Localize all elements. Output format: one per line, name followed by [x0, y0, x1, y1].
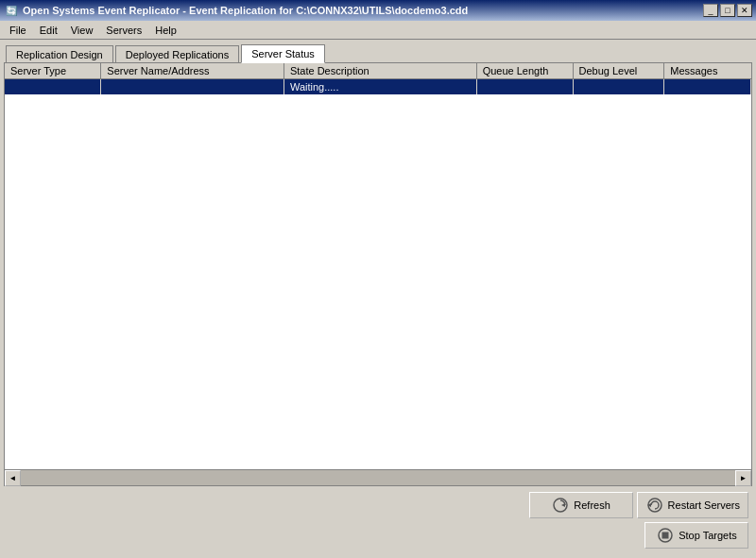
menu-bar: File Edit View Servers Help	[0, 21, 756, 40]
menu-edit[interactable]: Edit	[34, 23, 63, 38]
cell-state-description: Waiting.....	[284, 79, 476, 95]
cell-messages	[664, 79, 751, 95]
maximize-button[interactable]: □	[720, 4, 735, 17]
main-area: Replication Design Deployed Replications…	[0, 40, 756, 558]
menu-file[interactable]: File	[4, 23, 32, 38]
menu-servers[interactable]: Servers	[100, 23, 147, 38]
window-title: Open Systems Event Replicator - Event Re…	[23, 5, 468, 16]
tab-deployed-replications[interactable]: Deployed Replications	[115, 45, 239, 63]
cell-server-name	[101, 79, 284, 95]
cell-server-type	[5, 79, 101, 95]
stop-icon	[656, 526, 675, 545]
cell-queue-length	[476, 79, 573, 95]
restart-label: Restart Servers	[668, 499, 740, 511]
menu-view[interactable]: View	[65, 23, 99, 38]
table-row[interactable]: Waiting.....	[5, 79, 751, 95]
stop-label: Stop Targets	[679, 530, 737, 541]
title-bar: 🔄 Open Systems Event Replicator - Event …	[0, 0, 756, 21]
refresh-label: Refresh	[574, 499, 610, 511]
title-buttons: _ □ ✕	[703, 4, 752, 17]
col-debug-level: Debug Level	[573, 63, 664, 79]
scroll-right-button[interactable]: ►	[735, 470, 751, 486]
minimize-button[interactable]: _	[703, 4, 718, 17]
stop-button[interactable]: Stop Targets	[644, 522, 748, 549]
toolbar-row-1: Refresh Restart Servers	[8, 492, 748, 518]
col-server-type: Server Type	[5, 63, 101, 79]
svg-rect-5	[662, 533, 669, 539]
tab-server-status[interactable]: Server Status	[241, 44, 325, 63]
col-state-description: State Description	[284, 63, 476, 79]
tab-bar: Replication Design Deployed Replications…	[4, 43, 752, 62]
table-empty-area	[5, 94, 751, 469]
close-button[interactable]: ✕	[737, 4, 752, 17]
bottom-toolbar: Refresh Restart Servers	[4, 486, 752, 554]
toolbar-row-2: Stop Targets	[8, 522, 748, 549]
app-icon: 🔄	[4, 3, 19, 18]
svg-marker-1	[561, 503, 565, 507]
col-messages: Messages	[664, 63, 751, 79]
server-table: Server Type Server Name/Address State De…	[5, 63, 751, 94]
menu-help[interactable]: Help	[149, 23, 182, 38]
refresh-icon	[551, 496, 570, 515]
restart-button[interactable]: Restart Servers	[637, 492, 748, 518]
refresh-button[interactable]: Refresh	[529, 492, 633, 518]
content-panel: Server Type Server Name/Address State De…	[4, 62, 752, 486]
scroll-track[interactable]	[21, 470, 735, 485]
scroll-left-button[interactable]: ◄	[5, 470, 21, 486]
col-queue-length: Queue Length	[476, 63, 573, 79]
h-scrollbar[interactable]: ◄ ►	[5, 469, 751, 485]
cell-debug-level	[573, 79, 664, 95]
tab-replication-design[interactable]: Replication Design	[6, 45, 113, 63]
col-server-name: Server Name/Address	[101, 63, 284, 79]
restart-icon	[645, 496, 664, 515]
